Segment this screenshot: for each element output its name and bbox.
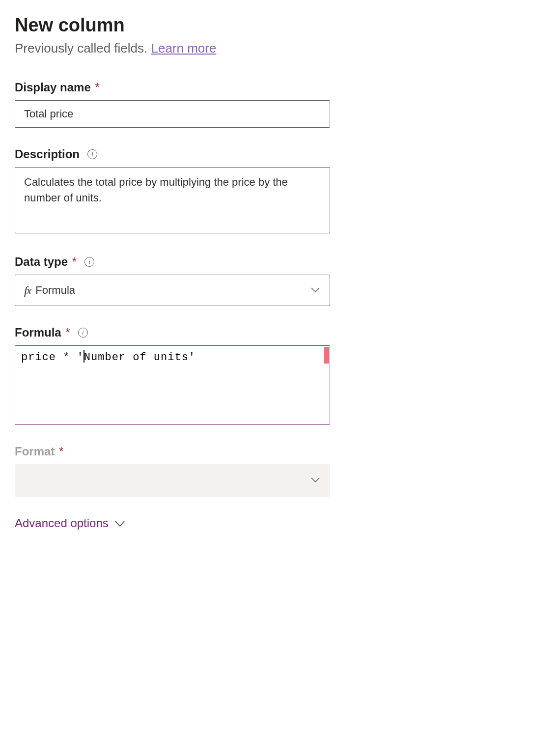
data-type-selected-value: Formula bbox=[35, 284, 75, 297]
text-cursor bbox=[84, 350, 84, 363]
data-type-label: Data type * i bbox=[15, 255, 330, 269]
info-icon[interactable]: i bbox=[87, 149, 97, 159]
formula-label-text: Formula bbox=[15, 326, 61, 339]
description-input[interactable]: Calculates the total price by multiplyin… bbox=[15, 167, 330, 233]
subtitle-text: Previously called fields. bbox=[15, 41, 151, 56]
display-name-label: Display name * bbox=[15, 81, 330, 94]
required-asterisk: * bbox=[72, 255, 77, 268]
formula-label: Formula * i bbox=[15, 326, 330, 339]
description-label: Description i bbox=[15, 147, 330, 161]
learn-more-link[interactable]: Learn more bbox=[151, 41, 216, 56]
subtitle: Previously called fields. Learn more bbox=[15, 41, 545, 56]
required-asterisk: * bbox=[65, 326, 70, 339]
format-field-group: Format * bbox=[15, 445, 330, 497]
display-name-label-text: Display name bbox=[15, 81, 91, 94]
format-select[interactable] bbox=[15, 464, 330, 497]
formula-fx-icon: fx bbox=[24, 284, 30, 297]
required-asterisk: * bbox=[95, 81, 99, 94]
advanced-options-label: Advanced options bbox=[15, 516, 109, 530]
formula-error-marker bbox=[324, 347, 329, 364]
format-label-text: Format bbox=[15, 445, 55, 458]
data-type-label-text: Data type bbox=[15, 255, 68, 268]
data-type-field-group: Data type * i fx Formula bbox=[15, 255, 330, 306]
formula-editor[interactable]: price * 'Number of units' bbox=[15, 345, 330, 425]
info-icon[interactable]: i bbox=[78, 328, 88, 338]
description-field-group: Description i Calculates the total price… bbox=[15, 147, 330, 235]
formula-content: price * 'Number of units' bbox=[15, 346, 330, 368]
display-name-field-group: Display name * bbox=[15, 81, 330, 128]
info-icon[interactable]: i bbox=[84, 257, 94, 267]
display-name-input[interactable] bbox=[15, 100, 330, 128]
description-label-text: Description bbox=[15, 147, 80, 161]
required-asterisk: * bbox=[59, 445, 63, 458]
chevron-down-icon bbox=[114, 516, 125, 530]
formula-field-group: Formula * i price * 'Number of units' bbox=[15, 326, 330, 425]
format-label: Format * bbox=[15, 445, 330, 458]
advanced-options-toggle[interactable]: Advanced options bbox=[15, 516, 545, 530]
data-type-select[interactable]: fx Formula bbox=[15, 275, 330, 306]
page-title: New column bbox=[15, 15, 545, 36]
